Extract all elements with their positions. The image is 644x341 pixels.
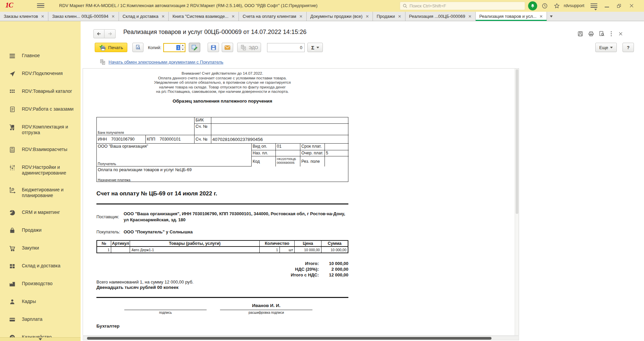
table-edit-button[interactable] xyxy=(189,43,200,52)
person-icon xyxy=(9,298,16,305)
catalog-grid-icon xyxy=(9,88,16,95)
sidebar-item-crm[interactable]: CRM и маркетинг xyxy=(9,210,77,216)
page-magnifier-icon xyxy=(135,44,141,50)
shopping-cart-icon xyxy=(9,245,16,252)
scrollbar-thumb[interactable] xyxy=(87,337,491,340)
amount-in-words: Двенадцать тысяч рублей 00 копеек xyxy=(96,285,178,290)
divider xyxy=(96,297,348,298)
copies-value: 1 xyxy=(176,45,180,50)
menu-icon xyxy=(9,52,16,60)
signature-label: подпись xyxy=(124,311,207,314)
vid-op-label: Вид оп. xyxy=(252,144,276,150)
srok-value xyxy=(325,144,349,150)
payment-card-icon xyxy=(9,316,16,323)
window-close-button[interactable] xyxy=(629,3,634,8)
divider xyxy=(96,203,348,204)
save-icon[interactable] xyxy=(577,31,584,37)
edo-button[interactable]: ЭДО xyxy=(237,43,261,52)
planning-chart-icon xyxy=(9,187,16,194)
ocher-label: Очер. плат. xyxy=(300,150,325,156)
sidebar-item-production[interactable]: Производство xyxy=(9,281,77,288)
sidebar-item-main[interactable]: Главное xyxy=(9,53,77,60)
goods-table: № Артикул Товары (работы, услуги) Количе… xyxy=(96,240,348,253)
tab-close-icon[interactable]: ✕ xyxy=(161,14,165,19)
sidebar-item-budgeting[interactable]: Бюджетирование и планирование xyxy=(9,187,77,198)
sidebar-item-rdv-admin[interactable]: RDV:Настройки и администрирование xyxy=(9,164,77,176)
tab-close-icon[interactable]: ✕ xyxy=(468,14,472,19)
current-user[interactable]: rdvsupport xyxy=(564,3,584,8)
tab-realization-000069[interactable]: Реализация ...00ЦБ-000069✕ xyxy=(405,12,476,21)
window-minimize-button[interactable] xyxy=(605,7,609,7)
sidebar-scroll-more[interactable] xyxy=(0,337,81,341)
sidebar-item-warehouse[interactable]: Склад и доставка xyxy=(9,263,77,270)
sidebar-item-rdv-settlements[interactable]: RDV:Взаиморасчеты xyxy=(9,147,77,153)
tab-close-icon[interactable]: ✕ xyxy=(41,14,44,19)
more-dots-icon[interactable] xyxy=(610,31,612,37)
print-button[interactable]: Печать xyxy=(95,43,127,52)
preview-icon[interactable] xyxy=(599,31,605,37)
sidebar-item-rdv-shipping[interactable]: RDV:Комплектация и отгрузка xyxy=(9,124,77,136)
save-file-button[interactable] xyxy=(208,43,219,52)
sliders-icon xyxy=(9,164,16,171)
vid-op-value: 01 xyxy=(276,144,300,150)
service-menu-icon[interactable] xyxy=(591,3,597,10)
notifications-icon[interactable] xyxy=(528,1,537,10)
copies-stepper[interactable]: 1 xyxy=(163,43,185,52)
window-restore-button[interactable] xyxy=(616,3,621,8)
main-menu-icon[interactable] xyxy=(37,3,44,8)
sidebar-item-purchasing[interactable]: Закупки xyxy=(9,245,77,252)
tab-close-icon[interactable]: ✕ xyxy=(231,14,235,19)
form-realization-print: Реализация товаров и услуг 00ЦБ-000069 о… xyxy=(81,21,644,341)
handtruck-icon xyxy=(9,124,16,131)
edo-pages-icon xyxy=(99,59,106,65)
grid-pencil-icon xyxy=(191,44,198,51)
tab-close-icon[interactable]: ✕ xyxy=(299,14,303,19)
more-button[interactable]: Еще xyxy=(595,43,617,52)
tab-sales[interactable]: Продажи✕ xyxy=(373,12,405,21)
bik-value-cell xyxy=(211,117,349,124)
tab-close-icon[interactable]: ✕ xyxy=(366,14,369,19)
sections-panel: Главное RDV:Подключения RDV:Товарный кат… xyxy=(0,21,81,341)
recipient-cell: ООО "Ваша организация"Получатель xyxy=(97,144,252,166)
close-form-icon[interactable] xyxy=(618,31,623,36)
global-search[interactable] xyxy=(400,2,525,10)
preview-button[interactable] xyxy=(132,43,143,52)
sidebar-item-rdv-catalog[interactable]: RDV:Товарный каталог xyxy=(9,88,77,95)
counter-field[interactable]: 0 xyxy=(267,43,305,52)
start-edo-exchange-link[interactable]: Начать обмен электронными документами с … xyxy=(109,60,223,65)
kod-value: НК220700ЦБ0000690005 xyxy=(276,156,300,166)
horizontal-scrollbar[interactable] xyxy=(83,336,519,340)
search-input[interactable] xyxy=(410,3,522,8)
tab-close-icon[interactable]: ✕ xyxy=(540,14,543,19)
sidebar-item-rdv-connections[interactable]: RDV:Подключения xyxy=(9,71,77,77)
send-email-button[interactable] xyxy=(222,43,233,52)
tab-close-icon[interactable]: ✕ xyxy=(398,14,401,19)
tab-orders-list[interactable]: Заказы клиентов✕ xyxy=(0,12,48,21)
print-toolbar: Печать Копий: 1 ЭДО 0 Σ xyxy=(95,43,323,52)
tab-close-icon[interactable]: ✕ xyxy=(112,14,115,19)
tab-interaction-book[interactable]: Книга "Система взаимоде...✕ xyxy=(169,12,239,21)
sum-button[interactable]: Σ xyxy=(307,43,323,52)
back-button[interactable] xyxy=(93,29,104,38)
signature-line xyxy=(124,310,207,310)
tab-realization-print[interactable]: Реализация товаров и усл...✕ xyxy=(476,12,547,21)
tab-bar: Заказы клиентов✕ Заказ клиен... 00ЦБ-000… xyxy=(0,12,644,21)
scrollbar-thumb[interactable] xyxy=(516,69,518,214)
tab-warehouse[interactable]: Склад и доставка✕ xyxy=(119,12,169,21)
tab-invoices[interactable]: Счета на оплату клиентам✕ xyxy=(239,12,307,21)
sidebar-item-rdv-orders[interactable]: RDV:Работа с заказами xyxy=(9,106,77,113)
tabs-dropdown-icon[interactable] xyxy=(547,12,556,21)
sidebar-item-hr[interactable]: Кадры xyxy=(9,299,77,305)
vertical-scrollbar[interactable] xyxy=(515,69,519,335)
forward-button[interactable] xyxy=(104,29,116,38)
history-icon[interactable] xyxy=(542,3,548,9)
help-button[interactable]: ? xyxy=(622,43,634,52)
tab-sales-docs[interactable]: Документы продажи (все)✕ xyxy=(307,12,373,21)
sidebar-item-sales[interactable]: Продажи xyxy=(9,227,77,234)
goods-row: 1 Авто Держ1-1 1 шт 10 000,00 10 000,00 xyxy=(97,247,348,253)
favorites-star-icon[interactable] xyxy=(554,3,560,9)
stepper-arrows[interactable] xyxy=(180,44,185,51)
tab-order-00594[interactable]: Заказ клиен... 00ЦБ-000594✕ xyxy=(48,12,119,21)
print-icon[interactable] xyxy=(588,31,594,37)
sidebar-item-payroll[interactable]: Зарплата xyxy=(9,316,77,323)
